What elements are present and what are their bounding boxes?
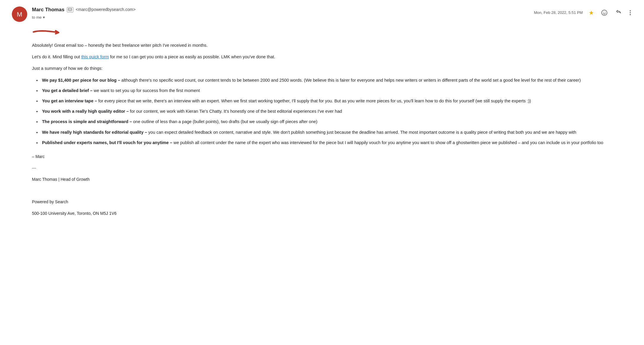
email-date: Mon, Feb 28, 2022, 5:51 PM [534,10,583,16]
recipient-dropdown[interactable]: ▾ [43,14,45,20]
header-right: Mon, Feb 28, 2022, 5:51 PM ★ [534,6,632,17]
recipient-row: to me ▾ [32,14,136,20]
bullet5-text: one outline of less than a page (bullet … [132,119,318,124]
para-3: Just a summary of how we do things: [32,65,632,72]
verified-badge [67,7,73,12]
signature: – Marc — Marc Thomas | Head of Growth Po… [32,153,632,217]
sender-details: Marc Thomas <marc@poweredbysearch.com> t… [32,6,136,20]
para-1: Absolutely! Great email too – honestly t… [32,42,632,49]
bullet1-bold: We pay $1,400 per piece for our blog – [42,78,120,83]
bullet5-bold: The process is simple and straightforwar… [42,119,132,124]
bullet7-text: we publish all content under the name of… [172,140,603,145]
svg-rect-0 [68,9,72,11]
bullet3-text: for every piece that we write, there's a… [97,99,531,103]
header-actions [600,8,632,17]
bullet4-bold: You work with a really high quality edit… [42,109,129,114]
quick-form-link[interactable]: this quick form [81,54,109,59]
email-body: Absolutely! Great email too – honestly t… [12,39,632,224]
bullet7-bold: Published under experts names, but I'll … [42,140,172,145]
svg-point-4 [630,10,631,12]
signature-name: Marc Thomas | Head of Growth [32,176,632,183]
sender-info: M Marc Thomas <marc@poweredbysearch.com>… [12,6,136,22]
svg-point-5 [630,12,631,13]
bullet-list: We pay $1,400 per piece for our blog – a… [41,77,632,146]
sign-off: – Marc [32,153,632,160]
recipient-label: to me [32,14,42,20]
sender-email: <marc@poweredbysearch.com> [76,7,136,13]
avatar: M [12,7,27,22]
bullet6-bold: We have really high standards for editor… [42,130,147,135]
bullet2-bold: You get a detailed brief – [42,88,93,93]
star-icon[interactable]: ★ [589,8,594,17]
bullet3-bold: You get an interview tape – [42,99,97,103]
svg-point-6 [630,14,631,15]
signature-company: Powered by Search [32,199,632,205]
arrow-decoration [12,28,632,36]
list-item-5: The process is simple and straightforwar… [41,118,632,125]
svg-point-1 [602,10,607,15]
list-item-6: We have really high standards for editor… [41,129,632,136]
bullet2-text: we want to set you up for success from t… [93,88,200,93]
list-item-7: Published under experts names, but I'll … [41,139,632,146]
email-header: M Marc Thomas <marc@poweredbysearch.com>… [12,6,632,25]
sender-name-row: Marc Thomas <marc@poweredbysearch.com> [32,6,136,14]
more-options-button[interactable] [628,8,632,17]
svg-point-2 [603,12,604,12]
bullet1-text: although there's no specific word count,… [120,78,581,83]
emoji-reaction-button[interactable] [600,8,609,17]
email-container: M Marc Thomas <marc@poweredbysearch.com>… [0,0,644,236]
reply-button[interactable] [614,8,623,17]
list-item-2: You get a detailed brief – we want to se… [41,87,632,94]
sender-name: Marc Thomas [32,6,65,14]
red-arrow-icon [32,28,67,36]
list-item-1: We pay $1,400 per piece for our blog – a… [41,77,632,84]
para2-post: for me so I can get you onto a piece as … [109,54,275,59]
bullet4-text: for our content, we work with Kieran Tie… [129,109,342,114]
spacer [32,187,632,194]
para-2: Let's do it. Mind filling out this quick… [32,54,632,60]
para2-pre: Let's do it. Mind filling out [32,54,81,59]
signature-address: 500-100 University Ave, Toronto, ON M5J … [32,210,632,217]
bullet6-text: you can expect detailed feedback on cont… [147,130,576,135]
list-item-4: You work with a really high quality edit… [41,108,632,115]
list-item-3: You get an interview tape – for every pi… [41,98,632,104]
svg-point-3 [605,12,606,12]
signature-divider: — [32,165,632,171]
